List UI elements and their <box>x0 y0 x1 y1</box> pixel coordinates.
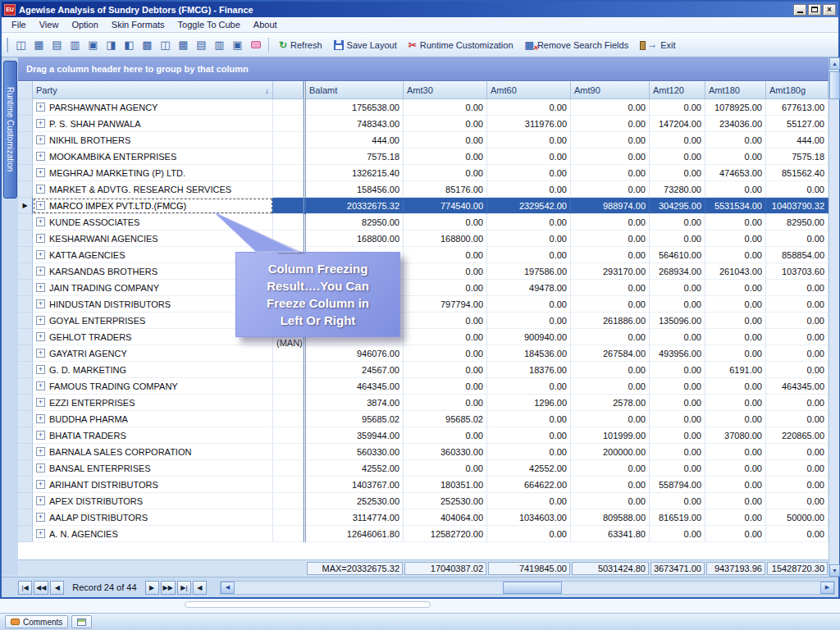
cell-amt120[interactable]: 0.00 <box>650 378 705 395</box>
expand-row-icon[interactable]: + <box>36 152 45 161</box>
expand-row-icon[interactable]: + <box>36 398 45 407</box>
cell-amt60[interactable]: 900940.00 <box>487 329 571 345</box>
cell-party[interactable]: +BARNALA SALES CORPORATION <box>33 444 273 460</box>
cell-amt180g[interactable]: 0.00 <box>766 181 829 198</box>
table-row[interactable]: +APEX DISTRIBUTORS252530.00252530.000.00… <box>18 493 829 509</box>
cell-amt180[interactable]: 474653.00 <box>705 165 766 181</box>
cell-amt180[interactable]: 0.00 <box>705 214 766 231</box>
cell-amt90[interactable]: 0.00 <box>571 99 650 116</box>
horizontal-scrollbar[interactable]: ◀ ▶ <box>220 581 835 595</box>
cell-amt30[interactable]: 0.00 <box>404 99 487 116</box>
vertical-scrollbar[interactable]: ▲ ▼ <box>829 57 839 577</box>
menu-toggle-to-cube[interactable]: Toggle To Cube <box>171 18 247 31</box>
cell-amt180[interactable]: 234036.00 <box>705 116 766 132</box>
cell-amt120[interactable]: 0.00 <box>650 362 705 378</box>
cell-spacer[interactable] <box>273 165 304 181</box>
table-row[interactable]: +GOYAL ENTERPRISES0.000.00261886.0013509… <box>18 313 829 329</box>
cell-amt90[interactable]: 0.00 <box>571 116 650 132</box>
cell-amt60[interactable]: 0.00 <box>487 165 571 181</box>
view-layout-icon[interactable]: ▥ <box>66 36 84 53</box>
cell-amt90[interactable]: 0.00 <box>571 477 650 493</box>
cell-amt120[interactable]: 0.00 <box>650 493 705 509</box>
cell-amt60[interactable]: 311976.00 <box>487 116 571 132</box>
view-layout-icon[interactable]: ◨ <box>103 36 120 53</box>
cell-balamt[interactable]: 444.00 <box>306 132 404 148</box>
cell-amt120[interactable]: 558794.00 <box>650 477 705 493</box>
cell-amt90[interactable]: 0.00 <box>571 280 650 296</box>
cell-amt90[interactable]: 0.00 <box>571 148 650 165</box>
menu-about[interactable]: About <box>247 18 284 31</box>
cell-amt180[interactable]: 0.00 <box>705 313 766 329</box>
scroll-right-icon[interactable]: ▶ <box>820 582 834 594</box>
table-row[interactable]: +GEHLOT TRADERS0.00900940.000.000.000.00… <box>18 329 829 345</box>
refresh-button[interactable]: ↻Refresh <box>273 36 328 54</box>
cell-amt60[interactable]: 0.00 <box>487 444 571 460</box>
table-row[interactable]: +KATTA AGENCIES0.000.000.00564610.000.00… <box>18 247 829 263</box>
cell-amt30[interactable]: 0.00 <box>404 313 487 329</box>
menu-view[interactable]: View <box>33 18 66 31</box>
cell-amt60[interactable]: 197586.00 <box>487 263 571 280</box>
cell-amt180g[interactable]: 0.00 <box>766 362 829 378</box>
cell-amt120[interactable]: 0.00 <box>650 132 705 148</box>
cell-spacer[interactable] <box>273 378 304 395</box>
expand-row-icon[interactable]: + <box>36 234 45 243</box>
cell-amt180g[interactable]: 851562.40 <box>766 165 829 181</box>
cell-amt120[interactable]: 268934.00 <box>650 263 705 280</box>
cell-amt180g[interactable]: 0.00 <box>766 460 829 477</box>
column-header-amt90[interactable]: Amt90 <box>571 81 650 99</box>
cell-amt180g[interactable]: 0.00 <box>766 395 829 411</box>
cell-amt60[interactable]: 2329542.00 <box>487 198 571 214</box>
cell-amt90[interactable]: 0.00 <box>571 214 650 231</box>
table-row[interactable]: +ARIHANT DISTRIBUTORS1403767.00180351.00… <box>18 477 829 493</box>
cell-amt60[interactable]: 184536.00 <box>487 345 571 362</box>
cell-amt60[interactable]: 0.00 <box>487 181 571 198</box>
table-row[interactable]: +A. N. AGENCIES12646061.8012582720.000.0… <box>18 526 829 542</box>
column-header-balamt[interactable]: Balamt <box>306 81 404 99</box>
table-row[interactable]: +HINDUSTAN DISTRIBUTORS797794.000.000.00… <box>18 296 829 313</box>
view-layout-icon[interactable]: ◫ <box>12 36 30 53</box>
nav-button[interactable]: ▶ <box>145 581 159 595</box>
cell-amt180g[interactable]: 464345.00 <box>766 378 829 395</box>
expand-row-icon[interactable]: + <box>36 135 45 144</box>
nav-button[interactable]: |◀ <box>18 581 32 595</box>
cell-amt30[interactable]: 0.00 <box>404 460 487 477</box>
cell-amt120[interactable]: 0.00 <box>650 296 705 313</box>
cell-amt90[interactable]: 0.00 <box>571 165 650 181</box>
cell-spacer[interactable] <box>273 116 304 132</box>
cell-amt60[interactable]: 664622.00 <box>487 477 571 493</box>
table-row[interactable]: +FAMOUS TRADING COMPANY464345.000.000.00… <box>18 378 829 395</box>
cell-party[interactable]: +GAYATRI AGENCY <box>33 345 273 362</box>
cell-balamt[interactable]: 168800.00 <box>306 231 404 247</box>
cell-amt120[interactable]: 0.00 <box>650 280 705 296</box>
vertical-scroll-thumb[interactable] <box>829 71 840 99</box>
cell-amt180[interactable]: 261043.00 <box>705 263 766 280</box>
cell-amt120[interactable]: 0.00 <box>650 411 705 427</box>
horizontal-scroll-thumb[interactable] <box>503 582 562 594</box>
column-header-amt120[interactable]: Amt120 <box>650 81 705 99</box>
cell-amt180[interactable]: 0.00 <box>705 296 766 313</box>
cell-amt180[interactable]: 0.00 <box>705 148 766 165</box>
cell-amt180g[interactable]: 0.00 <box>766 345 829 362</box>
cell-amt30[interactable]: 252530.00 <box>404 493 487 509</box>
cell-amt60[interactable]: 0.00 <box>487 493 571 509</box>
cell-amt180g[interactable]: 50000.00 <box>766 509 829 526</box>
cell-amt60[interactable]: 42552.00 <box>487 460 571 477</box>
cell-balamt[interactable]: 359944.00 <box>306 427 404 444</box>
cell-amt60[interactable]: 0.00 <box>487 427 571 444</box>
cell-amt30[interactable]: 0.00 <box>404 395 487 411</box>
cell-amt30[interactable]: 0.00 <box>404 345 487 362</box>
view-layout-icon[interactable]: ▣ <box>84 36 102 53</box>
cell-amt30[interactable]: 774540.00 <box>404 198 487 214</box>
table-row[interactable]: +BANSAL ENTERPRISES42552.000.0042552.000… <box>18 460 829 477</box>
cell-amt120[interactable]: 0.00 <box>650 214 705 231</box>
column-header-party[interactable]: Party↓ <box>33 81 273 99</box>
cell-amt30[interactable]: 0.00 <box>404 329 487 345</box>
expand-row-icon[interactable]: + <box>36 250 45 259</box>
cell-amt180[interactable]: 0.00 <box>705 460 766 477</box>
cell-balamt[interactable]: 560330.00 <box>306 444 404 460</box>
table-row[interactable]: +KUNDE ASSOCIATES82950.000.000.000.000.0… <box>18 214 829 231</box>
cell-amt90[interactable]: 0.00 <box>571 247 650 263</box>
cell-amt120[interactable]: 0.00 <box>650 148 705 165</box>
cell-party[interactable]: +FAMOUS TRADING COMPANY <box>33 378 273 395</box>
cell-amt60[interactable]: 0.00 <box>487 296 571 313</box>
